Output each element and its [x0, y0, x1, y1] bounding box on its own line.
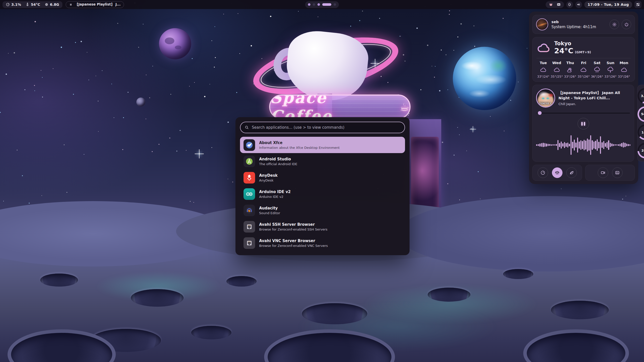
system-stats-group: 3.1% 54°C 6.8G [3, 1, 62, 8]
gauge-temperature: 54°C [637, 106, 644, 122]
pause-icon [581, 122, 583, 126]
app-row-about-xfce[interactable]: About Xfce Information about the Xfce De… [240, 137, 405, 153]
workspace-dot-occupied[interactable] [317, 3, 320, 6]
bell-icon [568, 3, 572, 7]
search-input[interactable] [252, 125, 400, 130]
storm-icon [607, 67, 614, 73]
overview-button[interactable] [634, 1, 641, 8]
earth-planet [453, 47, 516, 110]
app-row-anydesk[interactable]: AnyDesk AnyDesk [240, 169, 405, 186]
star-sparkle [199, 153, 200, 154]
app-row-android-studio[interactable]: Android Studio The official Android IDE [240, 153, 405, 169]
album-art[interactable]: TOKYO L [536, 88, 555, 108]
visualizer-bar [549, 144, 550, 146]
app-title: Avahi SSH Server Browser [259, 222, 328, 227]
play-pause-button[interactable] [578, 118, 589, 129]
music-progress-slider[interactable] [537, 111, 630, 115]
screen-record-button[interactable] [598, 167, 608, 178]
app-subtitle: Browse for Zeroconf-enabled SSH Servers [259, 228, 328, 231]
visualizer-bar [582, 141, 583, 149]
visualizer-bar [629, 144, 631, 146]
visualizer-bar [608, 140, 609, 150]
app-subtitle: Browse for Zeroconf-enabled VNC Servers [259, 244, 328, 248]
username: seb [551, 20, 596, 24]
crater [191, 326, 231, 339]
workspace-dot-occupied[interactable] [308, 3, 310, 6]
app-row-avahi-vnc[interactable]: Avahi VNC Server Browser Browse for Zero… [240, 235, 405, 251]
pet-cat-icon[interactable] [549, 3, 553, 7]
music-progress-knob[interactable] [538, 111, 542, 115]
divider [537, 58, 631, 58]
crater [40, 274, 78, 287]
visualizer-bar [551, 144, 552, 146]
visualizer-bar [585, 141, 586, 150]
picture-tray-icon[interactable] [557, 3, 561, 7]
workspace-dot-empty[interactable] [334, 3, 336, 6]
cpu-usage-value: 3.1% [11, 3, 21, 7]
workspace-dot-active[interactable] [322, 3, 331, 6]
visualizer-bar [580, 140, 582, 150]
app-row-audacity[interactable]: Audacity Sound Editor [240, 202, 405, 218]
weather-cloud-icon [537, 42, 551, 54]
visualizer-bar [607, 142, 608, 148]
crater [428, 288, 470, 302]
settings-button[interactable] [610, 20, 619, 29]
profile-powersave-button[interactable] [566, 167, 577, 178]
star-sparkle [473, 129, 473, 130]
visualizer-bar [616, 144, 618, 146]
avatar[interactable] [536, 18, 548, 30]
cloud-icon [553, 67, 560, 73]
visualizer-bar [562, 143, 564, 147]
shop-window [411, 137, 439, 212]
visualizer-bar [548, 144, 549, 146]
visualizer-bar [610, 143, 611, 147]
notifications-button[interactable] [566, 1, 573, 8]
visualizer-bar [600, 136, 601, 154]
forecast-day: Sun 33°/26° [604, 61, 617, 78]
screenshot-icon [615, 170, 620, 175]
music-player-card: TOKYO L 【Japanese Playlist】 Japan All Ni… [532, 85, 634, 162]
gear-icon [612, 22, 617, 27]
pause-icon [69, 3, 72, 6]
visualizer-bar [557, 140, 559, 150]
visualizer-bar [546, 144, 547, 147]
power-button[interactable] [622, 20, 631, 29]
crater [503, 269, 533, 279]
memory-value: 6.8G [50, 3, 59, 7]
app-grid-icon [636, 3, 640, 7]
weather-temp: 24°C [554, 47, 573, 55]
control-panel: seb System Uptime: 4h11m Tokyo 24°C(GMT+… [529, 12, 638, 184]
speedometer-icon [6, 3, 10, 7]
temperature-stat: 54°C [25, 3, 40, 7]
app-row-avahi-ssh[interactable]: Avahi SSH Server Browser Browse for Zero… [240, 218, 405, 235]
visualizer-bar [556, 144, 557, 146]
profile-balanced-button[interactable] [552, 167, 562, 178]
clock[interactable]: 17:09 - Tue, 19 Aug [584, 1, 632, 8]
forecast-row: Tue 33°/24° Wed 35°/25° Thu 33°/26° Fri … [537, 61, 631, 78]
visualizer-bar [597, 139, 598, 151]
gauge-memory: 14% [637, 124, 644, 140]
app-subtitle: AnyDesk [259, 178, 278, 182]
profile-performance-button[interactable] [538, 167, 548, 178]
visualizer-bar [624, 143, 626, 147]
neon-coffee-cup-icon: ☕ [400, 101, 410, 113]
volume-button[interactable] [575, 1, 582, 8]
launcher-search[interactable] [240, 122, 405, 133]
visualizer-bar [566, 143, 567, 147]
app-row-arduino[interactable]: Arduino IDE v2 Arduino IDE v2 [240, 186, 405, 202]
gauge-value: 3.1% [637, 88, 644, 104]
visualizer-bar [621, 143, 622, 147]
thermometer-icon [25, 3, 29, 7]
visualizer-bar [567, 143, 569, 148]
app-launcher: About Xfce Information about the Xfce De… [235, 117, 410, 255]
screenshot-button[interactable] [612, 167, 623, 178]
now-playing-pill[interactable]: 【Japanese Playlist】 J... [66, 1, 124, 8]
cloud-icon [580, 67, 587, 73]
app-subtitle: Arduino IDE v2 [259, 195, 291, 199]
screen-record-icon [600, 170, 606, 175]
forecast-day: Mon 33°/26° [617, 61, 631, 78]
workspace-dot-empty[interactable] [313, 3, 315, 6]
workspace-indicator[interactable] [305, 1, 339, 8]
app-subtitle: Sound Editor [259, 211, 280, 215]
scales-icon [555, 170, 560, 175]
